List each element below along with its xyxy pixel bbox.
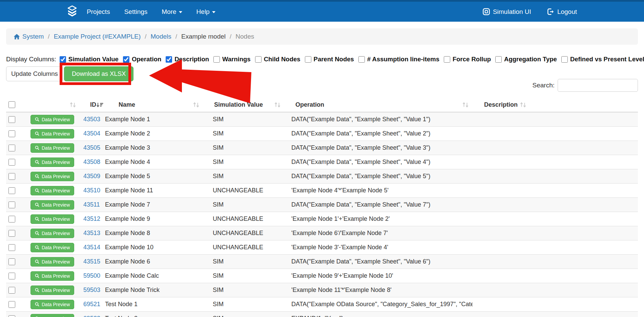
row-checkbox[interactable] xyxy=(8,173,15,180)
sort-icon[interactable] xyxy=(462,102,469,108)
row-checkbox[interactable] xyxy=(8,159,15,166)
table-row: Data Preview69522Test Node 2SIMEXPAND(1,… xyxy=(6,312,638,317)
data-preview-button[interactable]: Data Preview xyxy=(30,300,74,309)
data-preview-button[interactable]: Data Preview xyxy=(30,172,74,181)
column-toggle-checkbox[interactable] xyxy=(444,56,450,63)
nav-item-more[interactable]: More xyxy=(162,8,182,16)
data-preview-button[interactable]: Data Preview xyxy=(30,243,74,252)
row-checkbox[interactable] xyxy=(8,315,15,317)
sort-icon[interactable] xyxy=(193,102,200,108)
data-preview-label: Data Preview xyxy=(42,188,70,193)
nav-item-settings[interactable]: Settings xyxy=(124,8,148,16)
breadcrumb-item-example-project-example-[interactable]: Example Project (#EXAMPLE) xyxy=(54,33,141,40)
column-toggle-child-nodes[interactable]: Child Nodes xyxy=(255,54,300,64)
data-preview-button[interactable]: Data Preview xyxy=(30,314,74,317)
nav-item-help[interactable]: Help xyxy=(196,8,215,16)
magnifier-icon xyxy=(35,302,39,307)
column-toggle-operation[interactable]: Operation xyxy=(123,54,161,64)
row-checkbox[interactable] xyxy=(8,230,15,237)
data-preview-button[interactable]: Data Preview xyxy=(30,200,74,210)
node-name: Example Node 11 xyxy=(105,184,203,197)
column-toggle-force-rollup[interactable]: Force Rollup xyxy=(444,54,491,64)
select-all-checkbox[interactable] xyxy=(8,101,15,108)
row-checkbox[interactable] xyxy=(8,130,15,137)
data-preview-button[interactable]: Data Preview xyxy=(30,229,74,238)
node-id-link[interactable]: 43504 xyxy=(83,130,100,137)
data-preview-button[interactable]: Data Preview xyxy=(30,157,74,167)
node-id-link[interactable]: 43511 xyxy=(83,201,100,208)
update-columns-button[interactable]: Update Columns xyxy=(6,66,63,81)
node-id-link[interactable]: 43512 xyxy=(83,215,100,223)
data-preview-button[interactable]: Data Preview xyxy=(30,129,74,139)
row-checkbox[interactable] xyxy=(8,145,15,151)
node-id-link[interactable]: 43515 xyxy=(83,258,100,265)
row-checkbox[interactable] xyxy=(8,258,15,265)
column-header-name[interactable]: Name xyxy=(105,98,203,112)
column-toggle--assumption-line-items[interactable]: # Assumption line-items xyxy=(358,54,439,64)
data-preview-button[interactable]: Data Preview xyxy=(30,271,74,281)
column-toggle-checkbox[interactable] xyxy=(495,56,502,63)
data-preview-button[interactable]: Data Preview xyxy=(30,257,74,267)
column-toggle-description[interactable]: Description xyxy=(166,54,209,64)
row-checkbox[interactable] xyxy=(8,187,15,194)
column-toggle-warnings[interactable]: Warnings xyxy=(213,54,251,64)
data-preview-button[interactable]: Data Preview xyxy=(30,214,74,224)
column-header-simulation_value[interactable]: Simulation Value xyxy=(203,98,285,112)
column-toggle-checkbox[interactable] xyxy=(213,56,220,63)
search-input[interactable] xyxy=(558,79,638,92)
sort-active-icon[interactable] xyxy=(96,102,104,108)
breadcrumb-item-models[interactable]: Models xyxy=(151,33,171,40)
node-id-link[interactable]: 43505 xyxy=(83,144,100,151)
column-toggle-simulation-value[interactable]: Simulation Value xyxy=(60,54,119,64)
row-checkbox[interactable] xyxy=(8,273,15,279)
column-toggle-defined-vs-present-levels[interactable]: Defined vs Present Levels xyxy=(561,54,644,64)
description xyxy=(473,212,530,226)
column-header-id[interactable]: ID xyxy=(83,98,105,112)
row-checkbox[interactable] xyxy=(8,116,15,123)
row-checkbox[interactable] xyxy=(8,202,15,208)
breadcrumb-item-system[interactable]: System xyxy=(14,33,44,40)
column-header-operation[interactable]: Operation xyxy=(285,98,473,112)
brand-logo[interactable] xyxy=(67,5,77,18)
node-name-text: Test Node 2 xyxy=(105,315,138,317)
column-toggle-checkbox[interactable] xyxy=(305,56,311,63)
nav-item-projects[interactable]: Projects xyxy=(87,8,110,16)
row-checkbox[interactable] xyxy=(8,216,15,223)
node-id-link[interactable]: 43514 xyxy=(83,244,100,251)
row-checkbox[interactable] xyxy=(8,287,15,294)
column-toggle-checkbox[interactable] xyxy=(60,56,66,63)
column-toggle-checkbox[interactable] xyxy=(166,56,172,63)
sort-icon[interactable] xyxy=(274,102,281,108)
column-header-description[interactable]: Description xyxy=(473,98,530,112)
sort-icon[interactable] xyxy=(69,102,77,108)
column-header-preview[interactable] xyxy=(26,98,83,112)
node-id-link[interactable]: 43513 xyxy=(83,230,100,237)
column-toggle-checkbox[interactable] xyxy=(358,56,365,63)
nav-item-logout[interactable]: Logout xyxy=(547,8,577,16)
node-id-link[interactable]: 69522 xyxy=(83,315,100,317)
data-preview-button[interactable]: Data Preview xyxy=(30,143,74,153)
row-checkbox[interactable] xyxy=(8,244,15,251)
column-toggle-checkbox[interactable] xyxy=(123,56,129,63)
data-preview-button[interactable]: Data Preview xyxy=(30,115,74,124)
data-preview-button[interactable]: Data Preview xyxy=(30,286,74,295)
row-select-cell xyxy=(6,255,26,269)
row-preview-cell: Data Preview xyxy=(26,141,83,155)
nav-item-simulation-ui[interactable]: Simulation UI xyxy=(482,8,531,16)
node-id-link[interactable]: 43510 xyxy=(83,187,100,194)
node-id-link[interactable]: 43509 xyxy=(83,173,100,180)
column-toggle-parent-nodes[interactable]: Parent Nodes xyxy=(305,54,354,64)
node-id-link[interactable]: 59500 xyxy=(83,272,100,279)
column-toggle-checkbox[interactable] xyxy=(255,56,262,63)
node-id-link[interactable]: 59503 xyxy=(83,287,100,294)
row-checkbox[interactable] xyxy=(8,301,15,308)
operation-text: DATA("Example Data", "Example Sheet", "V… xyxy=(291,116,431,123)
data-preview-button[interactable]: Data Preview xyxy=(30,186,74,195)
download-xlsx-button[interactable]: Download as XLSX xyxy=(64,66,133,81)
node-id-link[interactable]: 69521 xyxy=(83,301,100,308)
column-toggle-aggregation-type[interactable]: Aggregation Type xyxy=(495,54,557,64)
sort-icon[interactable] xyxy=(520,102,527,108)
column-toggle-checkbox[interactable] xyxy=(561,56,568,63)
node-id-link[interactable]: 43508 xyxy=(83,158,100,166)
node-id-link[interactable]: 43503 xyxy=(83,116,100,123)
